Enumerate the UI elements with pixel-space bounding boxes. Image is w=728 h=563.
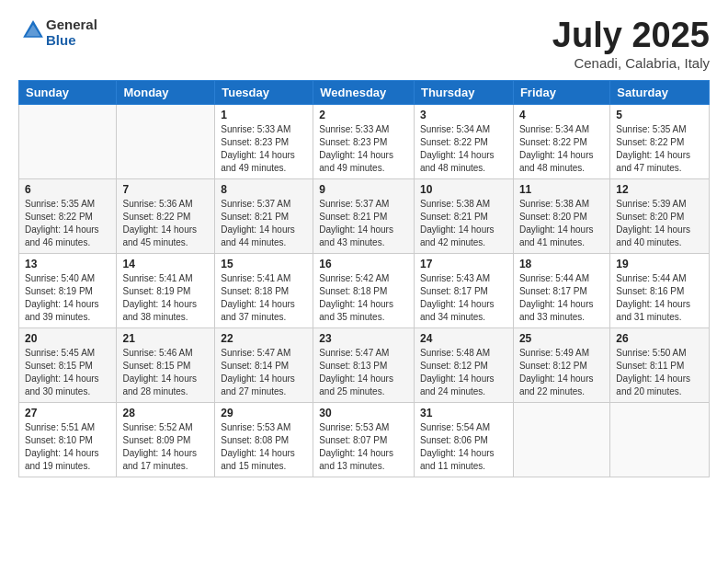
location-subtitle: Cenadi, Calabria, Italy xyxy=(552,55,710,71)
day-number: 2 xyxy=(319,109,408,121)
month-title: July 2025 xyxy=(552,17,710,55)
calendar-cell: 7Sunrise: 5:36 AMSunset: 8:22 PMDaylight… xyxy=(117,178,215,253)
day-number: 24 xyxy=(420,332,507,345)
calendar-cell: 29Sunrise: 5:53 AMSunset: 8:08 PMDayligh… xyxy=(215,402,313,477)
calendar-cell: 5Sunrise: 5:35 AMSunset: 8:22 PMDaylight… xyxy=(610,104,710,178)
cell-content: Sunrise: 5:50 AMSunset: 8:11 PMDaylight:… xyxy=(616,347,703,398)
logo-general: General xyxy=(46,17,97,32)
cell-content: Sunrise: 5:38 AMSunset: 8:21 PMDaylight:… xyxy=(420,198,507,249)
logo-icon xyxy=(20,17,46,43)
cell-content: Sunrise: 5:37 AMSunset: 8:21 PMDaylight:… xyxy=(319,198,408,249)
cell-content: Sunrise: 5:35 AMSunset: 8:22 PMDaylight:… xyxy=(25,198,110,249)
week-row-3: 13Sunrise: 5:40 AMSunset: 8:19 PMDayligh… xyxy=(19,253,710,327)
logo-text: General Blue xyxy=(46,17,97,49)
week-row-5: 27Sunrise: 5:51 AMSunset: 8:10 PMDayligh… xyxy=(19,402,710,477)
cell-content: Sunrise: 5:53 AMSunset: 8:08 PMDaylight:… xyxy=(221,421,307,473)
calendar-cell: 10Sunrise: 5:38 AMSunset: 8:21 PMDayligh… xyxy=(414,178,513,253)
day-number: 7 xyxy=(122,183,209,196)
page: General Blue July 2025 Cenadi, Calabria,… xyxy=(0,0,728,494)
week-row-1: 1Sunrise: 5:33 AMSunset: 8:23 PMDaylight… xyxy=(19,104,710,178)
day-number: 4 xyxy=(519,109,604,121)
col-header-tuesday: Tuesday xyxy=(215,80,313,104)
calendar-cell: 27Sunrise: 5:51 AMSunset: 8:10 PMDayligh… xyxy=(19,402,117,477)
logo-blue: Blue xyxy=(46,32,76,48)
day-number: 11 xyxy=(519,183,604,196)
day-number: 19 xyxy=(616,258,703,270)
cell-content: Sunrise: 5:49 AMSunset: 8:12 PMDaylight:… xyxy=(519,347,604,398)
calendar-cell: 22Sunrise: 5:47 AMSunset: 8:14 PMDayligh… xyxy=(215,327,313,402)
calendar-cell: 21Sunrise: 5:46 AMSunset: 8:15 PMDayligh… xyxy=(117,327,215,402)
cell-content: Sunrise: 5:44 AMSunset: 8:17 PMDaylight:… xyxy=(519,272,604,324)
logo: General Blue xyxy=(18,17,97,49)
day-number: 12 xyxy=(616,183,703,196)
day-number: 28 xyxy=(122,407,209,419)
calendar-cell: 3Sunrise: 5:34 AMSunset: 8:22 PMDaylight… xyxy=(414,104,513,178)
header: General Blue July 2025 Cenadi, Calabria,… xyxy=(18,17,710,71)
calendar-cell: 17Sunrise: 5:43 AMSunset: 8:17 PMDayligh… xyxy=(414,253,513,327)
day-number: 1 xyxy=(221,109,307,121)
day-number: 8 xyxy=(221,183,307,196)
calendar-cell: 1Sunrise: 5:33 AMSunset: 8:23 PMDaylight… xyxy=(215,104,313,178)
calendar-cell xyxy=(19,104,117,178)
day-number: 22 xyxy=(221,332,307,345)
cell-content: Sunrise: 5:41 AMSunset: 8:18 PMDaylight:… xyxy=(221,272,307,324)
calendar-cell xyxy=(117,104,215,178)
calendar-cell: 26Sunrise: 5:50 AMSunset: 8:11 PMDayligh… xyxy=(610,327,710,402)
cell-content: Sunrise: 5:47 AMSunset: 8:13 PMDaylight:… xyxy=(319,347,408,398)
cell-content: Sunrise: 5:36 AMSunset: 8:22 PMDaylight:… xyxy=(122,198,209,249)
calendar-cell: 8Sunrise: 5:37 AMSunset: 8:21 PMDaylight… xyxy=(215,178,313,253)
day-number: 23 xyxy=(319,332,408,345)
calendar-cell: 19Sunrise: 5:44 AMSunset: 8:16 PMDayligh… xyxy=(610,253,710,327)
day-number: 17 xyxy=(420,258,507,270)
cell-content: Sunrise: 5:33 AMSunset: 8:23 PMDaylight:… xyxy=(319,123,408,175)
cell-content: Sunrise: 5:42 AMSunset: 8:18 PMDaylight:… xyxy=(319,272,408,324)
day-number: 5 xyxy=(616,109,703,121)
cell-content: Sunrise: 5:45 AMSunset: 8:15 PMDaylight:… xyxy=(25,347,110,398)
calendar-cell: 11Sunrise: 5:38 AMSunset: 8:20 PMDayligh… xyxy=(513,178,609,253)
cell-content: Sunrise: 5:46 AMSunset: 8:15 PMDaylight:… xyxy=(122,347,209,398)
calendar-cell: 23Sunrise: 5:47 AMSunset: 8:13 PMDayligh… xyxy=(313,327,415,402)
day-number: 27 xyxy=(25,407,110,419)
calendar-cell: 28Sunrise: 5:52 AMSunset: 8:09 PMDayligh… xyxy=(117,402,215,477)
cell-content: Sunrise: 5:54 AMSunset: 8:06 PMDaylight:… xyxy=(420,421,507,473)
day-number: 25 xyxy=(519,332,604,345)
cell-content: Sunrise: 5:37 AMSunset: 8:21 PMDaylight:… xyxy=(221,198,307,249)
day-number: 9 xyxy=(319,183,408,196)
calendar-cell xyxy=(513,402,609,477)
calendar-cell: 20Sunrise: 5:45 AMSunset: 8:15 PMDayligh… xyxy=(19,327,117,402)
calendar-cell: 14Sunrise: 5:41 AMSunset: 8:19 PMDayligh… xyxy=(117,253,215,327)
day-number: 6 xyxy=(25,183,110,196)
col-header-monday: Monday xyxy=(117,80,215,104)
day-number: 13 xyxy=(25,258,110,270)
day-number: 18 xyxy=(519,258,604,270)
calendar: SundayMondayTuesdayWednesdayThursdayFrid… xyxy=(18,80,710,477)
day-number: 26 xyxy=(616,332,703,345)
calendar-cell: 25Sunrise: 5:49 AMSunset: 8:12 PMDayligh… xyxy=(513,327,609,402)
day-number: 10 xyxy=(420,183,507,196)
cell-content: Sunrise: 5:33 AMSunset: 8:23 PMDaylight:… xyxy=(221,123,307,175)
cell-content: Sunrise: 5:35 AMSunset: 8:22 PMDaylight:… xyxy=(616,123,703,175)
col-header-friday: Friday xyxy=(513,80,609,104)
title-block: July 2025 Cenadi, Calabria, Italy xyxy=(552,17,710,71)
day-number: 16 xyxy=(319,258,408,270)
col-header-thursday: Thursday xyxy=(414,80,513,104)
calendar-cell: 4Sunrise: 5:34 AMSunset: 8:22 PMDaylight… xyxy=(513,104,609,178)
cell-content: Sunrise: 5:48 AMSunset: 8:12 PMDaylight:… xyxy=(420,347,507,398)
calendar-cell: 15Sunrise: 5:41 AMSunset: 8:18 PMDayligh… xyxy=(215,253,313,327)
calendar-cell xyxy=(610,402,710,477)
calendar-cell: 18Sunrise: 5:44 AMSunset: 8:17 PMDayligh… xyxy=(513,253,609,327)
day-number: 3 xyxy=(420,109,507,121)
cell-content: Sunrise: 5:47 AMSunset: 8:14 PMDaylight:… xyxy=(221,347,307,398)
week-row-4: 20Sunrise: 5:45 AMSunset: 8:15 PMDayligh… xyxy=(19,327,710,402)
cell-content: Sunrise: 5:41 AMSunset: 8:19 PMDaylight:… xyxy=(122,272,209,324)
calendar-cell: 13Sunrise: 5:40 AMSunset: 8:19 PMDayligh… xyxy=(19,253,117,327)
day-number: 29 xyxy=(221,407,307,419)
cell-content: Sunrise: 5:34 AMSunset: 8:22 PMDaylight:… xyxy=(519,123,604,175)
cell-content: Sunrise: 5:52 AMSunset: 8:09 PMDaylight:… xyxy=(122,421,209,473)
calendar-header-row: SundayMondayTuesdayWednesdayThursdayFrid… xyxy=(19,80,710,104)
col-header-sunday: Sunday xyxy=(19,80,117,104)
day-number: 30 xyxy=(319,407,408,419)
col-header-saturday: Saturday xyxy=(610,80,710,104)
cell-content: Sunrise: 5:39 AMSunset: 8:20 PMDaylight:… xyxy=(616,198,703,249)
cell-content: Sunrise: 5:51 AMSunset: 8:10 PMDaylight:… xyxy=(25,421,110,473)
